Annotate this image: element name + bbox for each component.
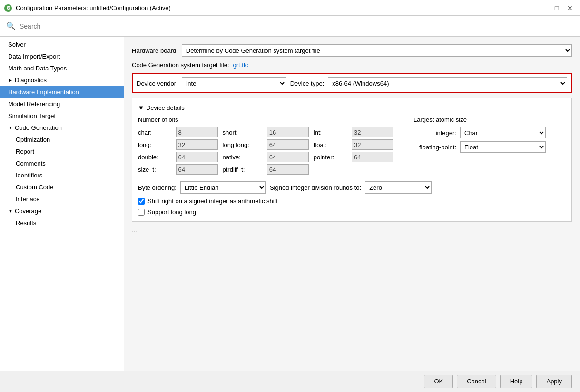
- window-controls: – □ ✕: [538, 3, 576, 13]
- int-label: int:: [314, 129, 348, 136]
- device-details-header: ▼ Device details: [138, 104, 566, 111]
- support-long-long-checkbox[interactable]: [138, 209, 145, 216]
- search-icon: 🔍: [6, 21, 16, 30]
- device-type-select[interactable]: x86-64 (Windows64): [328, 77, 567, 89]
- hardware-board-select[interactable]: Determine by Code Generation system targ…: [182, 44, 572, 57]
- sidebar-item-code-generation-label: Code Generation: [15, 124, 62, 131]
- ellipsis: ...: [132, 226, 572, 234]
- cancel-button[interactable]: Cancel: [457, 375, 496, 388]
- byte-ordering-row: Byte ordering: Little Endian Signed inte…: [138, 181, 566, 194]
- sidebar-item-model-referencing[interactable]: Model Referencing: [0, 98, 124, 110]
- diagnostics-arrow: ►: [8, 78, 13, 83]
- support-long-long-row: Support long long: [138, 208, 566, 216]
- shift-right-checkbox[interactable]: [138, 198, 145, 205]
- hardware-board-label: Hardware board:: [132, 47, 178, 54]
- double-input[interactable]: [176, 152, 218, 162]
- byte-ordering-select[interactable]: Little Endian: [180, 181, 266, 194]
- device-type-label: Device type:: [290, 80, 324, 87]
- sidebar-item-hardware-implementation[interactable]: Hardware Implementation: [0, 86, 124, 98]
- float-atomic-select[interactable]: Float: [460, 141, 546, 153]
- minimize-button[interactable]: –: [538, 3, 549, 13]
- coverage-arrow: ▼: [8, 208, 13, 214]
- short-label: short:: [223, 129, 263, 136]
- integer-atomic-select[interactable]: Char: [460, 127, 546, 138]
- hardware-board-row: Hardware board: Determine by Code Genera…: [132, 44, 572, 57]
- content-area: Hardware board: Determine by Code Genera…: [124, 37, 580, 371]
- long-long-label: long long:: [223, 141, 263, 148]
- support-long-long-label: Support long long: [147, 208, 196, 216]
- native-input[interactable]: [267, 152, 309, 162]
- sidebar-item-results[interactable]: Results: [0, 217, 124, 229]
- size-t-input[interactable]: [176, 164, 218, 175]
- long-label: long:: [138, 141, 172, 148]
- title-bar-left: ⚙ Configuration Parameters: untitled/Con…: [4, 4, 171, 12]
- device-vendor-type-row: Device vendor: Intel Device type: x86-64…: [132, 73, 572, 93]
- code-gen-label: Code Generation system target file:: [132, 61, 229, 69]
- float-input[interactable]: [352, 139, 393, 150]
- short-input[interactable]: [267, 127, 309, 137]
- sidebar-item-coverage[interactable]: ▼ Coverage: [0, 205, 124, 217]
- number-of-bits-section: Number of bits char: short: int: long: l…: [138, 116, 394, 175]
- search-input[interactable]: [20, 22, 574, 30]
- code-generation-arrow: ▼: [8, 125, 13, 130]
- largest-atomic-section: Largest atomic size integer: Char floati…: [413, 116, 566, 175]
- largest-atomic-grid: integer: Char floating-point: Float: [413, 127, 566, 153]
- pointer-label: pointer:: [314, 154, 348, 161]
- largest-atomic-title: Largest atomic size: [413, 116, 566, 123]
- float-atomic-label: floating-point:: [413, 144, 456, 151]
- sidebar-item-data-import-export[interactable]: Data Import/Export: [0, 50, 124, 62]
- integer-atomic-label: integer:: [413, 129, 456, 137]
- sidebar-item-interface[interactable]: Interface: [0, 193, 124, 205]
- native-label: native:: [223, 154, 263, 161]
- bottom-row: Byte ordering: Little Endian Signed inte…: [138, 181, 566, 216]
- close-button[interactable]: ✕: [564, 3, 576, 13]
- char-input[interactable]: [176, 127, 218, 137]
- shift-right-label: Shift right on a signed integer as arith…: [147, 197, 278, 205]
- bits-grid: char: short: int: long: long long: float…: [138, 127, 394, 175]
- signed-division-select[interactable]: Zero: [365, 181, 432, 194]
- signed-division-label: Signed integer division rounds to:: [270, 184, 361, 191]
- main-content: Solver Data Import/Export Math and Data …: [0, 37, 580, 371]
- sidebar-item-code-generation[interactable]: ▼ Code Generation: [0, 122, 124, 134]
- device-vendor-label: Device vendor:: [137, 80, 178, 87]
- device-details-label: Device details: [146, 104, 185, 111]
- sidebar-item-optimization[interactable]: Optimization: [0, 134, 124, 146]
- shift-right-row: Shift right on a signed integer as arith…: [138, 197, 566, 205]
- long-long-input[interactable]: [267, 139, 309, 150]
- maximize-button[interactable]: □: [551, 3, 562, 13]
- sidebar-item-diagnostics-label: Diagnostics: [15, 77, 47, 84]
- search-bar: 🔍: [0, 16, 580, 37]
- main-window: ⚙ Configuration Parameters: untitled/Con…: [0, 0, 580, 392]
- sidebar-item-math-data-types[interactable]: Math and Data Types: [0, 62, 124, 74]
- sidebar-item-comments[interactable]: Comments: [0, 157, 124, 169]
- sidebar-item-solver[interactable]: Solver: [0, 39, 124, 50]
- long-input[interactable]: [176, 139, 218, 150]
- code-gen-row: Code Generation system target file: grt.…: [132, 61, 572, 69]
- ok-button[interactable]: OK: [424, 375, 453, 388]
- byte-ordering-label: Byte ordering:: [138, 184, 177, 191]
- sidebar-item-report[interactable]: Report: [0, 146, 124, 157]
- title-bar: ⚙ Configuration Parameters: untitled/Con…: [0, 0, 580, 16]
- double-label: double:: [138, 154, 172, 161]
- sidebar-item-diagnostics[interactable]: ► Diagnostics: [0, 74, 124, 86]
- bottom-bar: OK Cancel Help Apply: [0, 371, 580, 392]
- window-title: Configuration Parameters: untitled/Confi…: [16, 4, 171, 11]
- apply-button[interactable]: Apply: [536, 375, 572, 388]
- pointer-input[interactable]: [352, 152, 393, 162]
- sidebar-item-identifiers[interactable]: Identifiers: [0, 169, 124, 181]
- number-of-bits-title: Number of bits: [138, 116, 394, 123]
- bits-section: Number of bits char: short: int: long: l…: [138, 116, 566, 175]
- sidebar-item-custom-code[interactable]: Custom Code: [0, 181, 124, 193]
- integer-atomic-row: integer: Char: [413, 127, 566, 138]
- help-button[interactable]: Help: [500, 375, 533, 388]
- app-icon: ⚙: [4, 4, 12, 12]
- int-input[interactable]: [352, 127, 393, 137]
- sidebar-item-coverage-label: Coverage: [15, 207, 41, 215]
- device-vendor-select[interactable]: Intel: [182, 77, 286, 89]
- sidebar-item-simulation-target[interactable]: Simulation Target: [0, 110, 124, 122]
- code-gen-link[interactable]: grt.tlc: [233, 61, 248, 69]
- ptrdiff-t-input[interactable]: [267, 164, 309, 175]
- size-t-label: size_t:: [138, 166, 172, 173]
- float-atomic-row: floating-point: Float: [413, 141, 566, 153]
- device-details-arrow: ▼: [138, 104, 144, 111]
